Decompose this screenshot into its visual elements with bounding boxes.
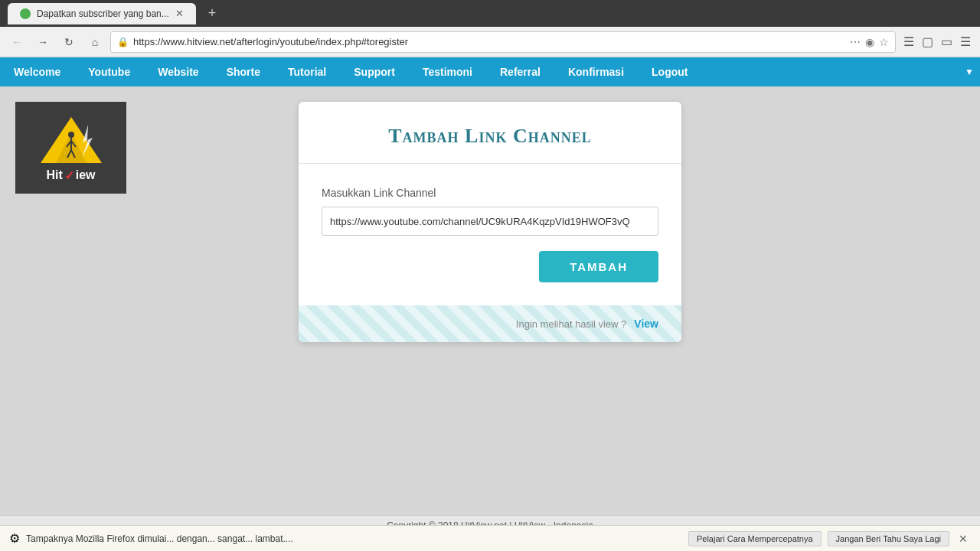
- logo-brand-view: iew: [76, 168, 96, 182]
- logo-svg: [33, 113, 109, 167]
- bookmark-icon[interactable]: ☆: [879, 36, 889, 48]
- notification-bar: ⚙ Tampaknya Mozilla Firefox dimulai... d…: [0, 525, 980, 551]
- channel-link-input[interactable]: [322, 207, 658, 236]
- refresh-button[interactable]: ↻: [58, 31, 80, 53]
- browser-tab[interactable]: Dapatkan subscriber yang ban... ✕: [8, 3, 196, 24]
- address-icons: ⋯ ◉ ☆: [850, 36, 889, 48]
- card-footer: Ingin melihat hasil view ? View: [299, 305, 681, 342]
- card-header: Tambah Link Channel: [299, 102, 681, 164]
- dont-tell-button[interactable]: Jangan Beri Tahu Saya Lagi: [828, 531, 949, 546]
- address-bar-row: ← → ↻ ⌂ 🔒 https://www.hitview.net/afterl…: [0, 27, 980, 57]
- nav-item-konfirmasi[interactable]: Konfirmasi: [554, 57, 638, 86]
- nav-item-referral[interactable]: Referral: [486, 57, 554, 86]
- nav-item-testimoni[interactable]: Testimoni: [409, 57, 486, 86]
- tab-close-button[interactable]: ✕: [175, 8, 184, 19]
- open-menu-icon[interactable]: ☰: [960, 34, 971, 49]
- brand-logo: Hit ✓ iew: [15, 102, 126, 194]
- nav-item-website[interactable]: Website: [144, 57, 212, 86]
- more-options-icon[interactable]: ⋯: [850, 36, 861, 48]
- forward-button[interactable]: →: [32, 31, 54, 53]
- nav-item-logout[interactable]: Logout: [638, 57, 701, 86]
- address-box[interactable]: 🔒 https://www.hitview.net/afterlogin/you…: [110, 31, 896, 53]
- notification-text: Tampaknya Mozilla Firefox dimulai... den…: [26, 533, 682, 544]
- pocket-icon[interactable]: ◉: [865, 36, 874, 48]
- logo-checkmark: ✓: [64, 168, 74, 183]
- nav-item-tutorial[interactable]: Tutorial: [274, 57, 340, 86]
- notification-icon: ⚙: [9, 531, 20, 546]
- nav-item-welcome[interactable]: Welcome: [0, 57, 74, 86]
- svg-point-2: [68, 132, 74, 138]
- tambah-button[interactable]: TAMBAH: [539, 251, 658, 282]
- new-tab-button[interactable]: +: [202, 5, 223, 21]
- home-button[interactable]: ⌂: [84, 31, 106, 53]
- nav-menu: Welcome Youtube Website Shorte Tutorial …: [0, 57, 980, 86]
- card-body: Masukkan Link Channel TAMBAH: [299, 164, 681, 305]
- browser-menu-icons: ☰ ▢ ▭ ☰: [900, 34, 974, 49]
- tab-title: Dapatkan subscriber yang ban...: [37, 8, 169, 19]
- nav-scroll-indicator: ▼: [965, 67, 980, 77]
- browser-chrome: Dapatkan subscriber yang ban... ✕ +: [0, 0, 980, 27]
- card-title: Tambah Link Channel: [322, 125, 658, 148]
- learn-more-button[interactable]: Pelajari Cara Mempercepatnya: [688, 531, 822, 546]
- main-card: Tambah Link Channel Masukkan Link Channe…: [299, 102, 681, 342]
- nav-item-youtube[interactable]: Youtube: [74, 57, 144, 86]
- view-link[interactable]: View: [634, 318, 658, 330]
- logo-brand-hit: Hit: [46, 168, 62, 182]
- notification-close-button[interactable]: ✕: [956, 533, 971, 545]
- back-button[interactable]: ←: [6, 31, 28, 53]
- url-text: https://www.hitview.net/afterlogin/youtu…: [133, 36, 845, 47]
- nav-item-support[interactable]: Support: [340, 57, 409, 86]
- nav-item-shorte[interactable]: Shorte: [213, 57, 274, 86]
- synced-tabs-icon[interactable]: ▭: [941, 34, 952, 49]
- footer-text: Ingin melihat hasil view ?: [516, 318, 627, 330]
- tab-favicon-icon: [20, 8, 31, 19]
- page-content: Hit ✓ iew Tambah Link Channel Masukkan L…: [0, 86, 980, 515]
- bookmarks-icon[interactable]: ☰: [903, 34, 914, 49]
- history-icon[interactable]: ▢: [922, 34, 933, 49]
- field-label: Masukkan Link Channel: [322, 187, 658, 199]
- security-lock-icon: 🔒: [117, 37, 129, 47]
